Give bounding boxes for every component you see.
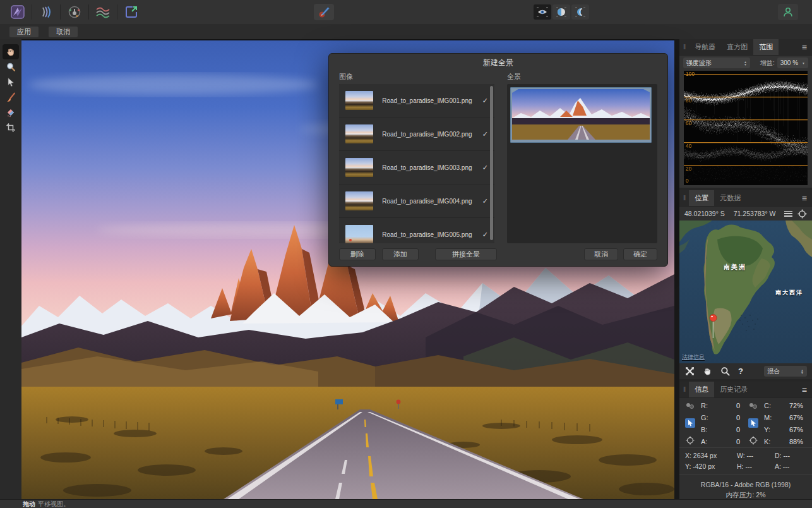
liquify-persona-button[interactable] xyxy=(38,4,54,20)
cursor-position-readout: X: 2634 px W: --- D: --- Y: -420 px H: -… xyxy=(679,447,812,475)
blue-value: 0 xyxy=(715,426,740,433)
tab-location[interactable]: 位置 xyxy=(689,190,714,206)
photo-persona-button[interactable] xyxy=(9,4,26,20)
gain-label: 增益: xyxy=(760,59,775,68)
mirror-view-button[interactable] xyxy=(571,4,589,20)
apply-button[interactable]: 应用 xyxy=(9,26,39,38)
panel-grip[interactable]: ‖ xyxy=(679,195,689,202)
cancel-develop-button[interactable]: 取消 xyxy=(48,26,78,38)
tone-mapping-persona-icon xyxy=(95,5,110,19)
dialog-cancel-button[interactable]: 取消 xyxy=(584,248,618,260)
legal-info-link[interactable]: 法律信息 xyxy=(682,353,705,361)
crop-tool-button[interactable] xyxy=(3,120,19,135)
panel-grip[interactable]: ‖ xyxy=(679,44,689,51)
green-value: 0 xyxy=(715,414,740,421)
scale-label: 40 xyxy=(686,143,691,149)
tools-panel xyxy=(0,39,21,499)
develop-persona-button[interactable] xyxy=(66,4,83,20)
image-filename: Road_to_paradise_IMG005.png xyxy=(373,231,481,238)
cursor-icon xyxy=(6,77,15,87)
target-icon[interactable] xyxy=(749,436,758,445)
delete-button[interactable]: 删除 xyxy=(339,248,376,260)
cursor-source-icon[interactable] xyxy=(685,418,695,428)
tab-navigator[interactable]: 导航器 xyxy=(689,39,721,55)
new-panorama-dialog: 新建全景 图像 全景 Road_to_paradise_IMG001.png ✓… xyxy=(328,53,668,267)
image-thumbnail xyxy=(345,225,373,243)
list-item[interactable]: Road_to_paradise_IMG001.png ✓ xyxy=(339,84,494,117)
list-item[interactable]: Road_to_paradise_IMG003.png ✓ xyxy=(339,151,494,184)
develop-persona-icon xyxy=(68,5,81,19)
hand-tool-button[interactable] xyxy=(3,44,19,59)
tab-info[interactable]: 信息 xyxy=(689,382,714,397)
stitch-panorama-button[interactable]: 拼接全景 xyxy=(435,248,497,260)
dialog-ok-button[interactable]: 确定 xyxy=(623,248,657,260)
cursor-source-icon[interactable] xyxy=(748,418,758,428)
panorama-thumbnail xyxy=(512,89,650,140)
scale-label: 100 xyxy=(686,71,695,77)
check-icon[interactable]: ✓ xyxy=(482,197,488,205)
document-canvas[interactable]: 新建全景 图像 全景 Road_to_paradise_IMG001.png ✓… xyxy=(21,39,674,499)
map-help-icon[interactable]: ? xyxy=(738,366,743,376)
image-thumbnail xyxy=(345,191,373,210)
coordinates-list-icon[interactable] xyxy=(784,211,792,217)
list-item[interactable]: Road_to_paradise_IMG005.png ✓ xyxy=(339,218,494,243)
photo-persona-icon xyxy=(11,5,25,19)
map-pan-hand-icon[interactable] xyxy=(703,366,712,376)
move-tool-button[interactable] xyxy=(3,75,19,90)
panel-menu-icon[interactable]: ≡ xyxy=(797,193,812,203)
panel-grip[interactable]: ‖ xyxy=(679,386,689,393)
list-scrollbar[interactable] xyxy=(490,86,493,240)
panorama-preview-selected[interactable] xyxy=(510,87,652,143)
scale-label: 20 xyxy=(686,166,691,172)
tab-histogram[interactable]: 直方图 xyxy=(721,39,753,55)
target-icon[interactable] xyxy=(686,436,695,445)
eraser-icon xyxy=(6,107,16,118)
check-icon[interactable]: ✓ xyxy=(482,97,488,105)
export-persona-button[interactable] xyxy=(123,4,140,20)
check-icon[interactable]: ✓ xyxy=(482,231,488,239)
map-zoom-icon[interactable] xyxy=(720,366,730,376)
list-item[interactable]: Road_to_paradise_IMG002.png ✓ xyxy=(339,118,494,150)
dialog-title: 新建全景 xyxy=(329,57,667,68)
height-value: --- xyxy=(745,463,752,470)
yellow-value: 67% xyxy=(778,426,803,433)
split-view-icon xyxy=(556,7,567,17)
image-thumbnail xyxy=(345,158,373,177)
list-item[interactable]: Road_to_paradise_IMG004.png ✓ xyxy=(339,184,494,217)
panorama-preview-area xyxy=(507,84,657,243)
tab-metadata[interactable]: 元数据 xyxy=(714,190,746,206)
check-icon[interactable]: ✓ xyxy=(482,130,488,138)
panel-menu-icon[interactable]: ≡ xyxy=(797,42,812,52)
longitude-value: 71.253783° W xyxy=(734,210,776,217)
location-map[interactable]: 南美洲 南大西洋 法律信息 xyxy=(679,221,812,363)
map-move-icon[interactable] xyxy=(685,366,695,376)
brush-tool-button[interactable] xyxy=(3,90,19,105)
zoom-tool-button[interactable] xyxy=(3,59,19,75)
toolbar-separator xyxy=(60,4,61,20)
color-sampler-icon[interactable] xyxy=(749,402,758,409)
tab-scope[interactable]: 范围 xyxy=(753,39,779,55)
map-style-select[interactable]: 混合 ▲▼ xyxy=(764,366,807,377)
scope-mode-select[interactable]: 强度波形 ▲▼ xyxy=(683,57,750,68)
image-thumbnail xyxy=(345,124,373,143)
color-sampler-icon[interactable] xyxy=(686,402,695,409)
info-tabbar: ‖ 信息 历史记录 ≡ xyxy=(679,382,812,398)
images-label: 图像 xyxy=(339,72,353,82)
single-view-button[interactable] xyxy=(534,4,551,20)
export-persona-icon xyxy=(124,5,138,19)
check-icon[interactable]: ✓ xyxy=(482,164,488,172)
tab-history[interactable]: 历史记录 xyxy=(714,382,753,397)
y-position: -420 px xyxy=(693,463,715,470)
add-button[interactable]: 添加 xyxy=(382,248,419,260)
account-button[interactable] xyxy=(778,4,798,20)
location-tabbar: ‖ 位置 元数据 ≡ xyxy=(679,190,812,207)
gain-select[interactable]: 300 % ▼ xyxy=(777,57,808,68)
split-view-button[interactable] xyxy=(552,4,570,20)
eraser-tool-button[interactable] xyxy=(3,105,19,120)
tone-mapping-persona-button[interactable] xyxy=(95,4,111,20)
image-filename: Road_to_paradise_IMG001.png xyxy=(373,97,481,104)
paint-brush-button[interactable] xyxy=(314,4,334,20)
person-icon xyxy=(782,6,794,18)
locate-target-icon[interactable] xyxy=(797,209,807,219)
panel-menu-icon[interactable]: ≡ xyxy=(797,385,812,395)
